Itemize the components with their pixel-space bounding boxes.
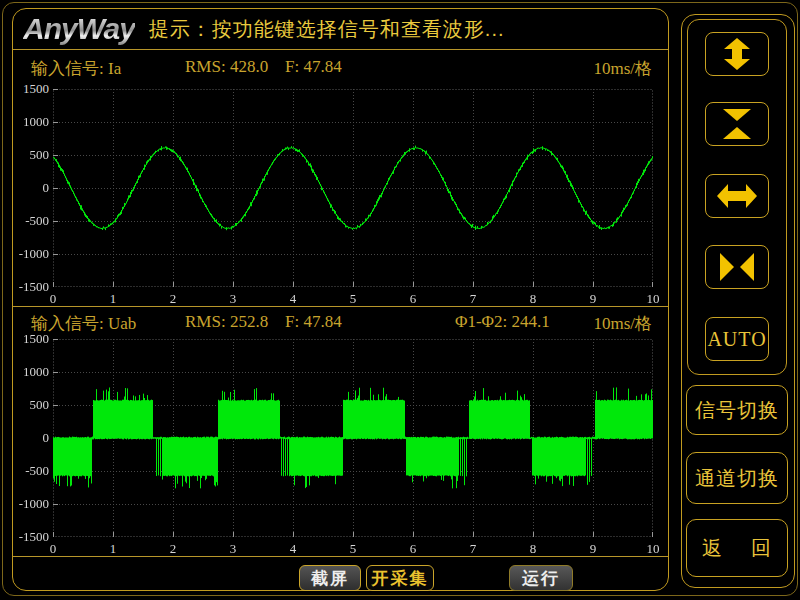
x-tick-label: 9 [578, 291, 608, 307]
x-tick-label: 3 [218, 541, 248, 557]
waveform-canvas-uab [53, 339, 653, 537]
rms-value: 428.0 [230, 57, 268, 76]
ia-input-signal-label: 输入信号: Ia [31, 57, 121, 77]
freq-value: 47.84 [303, 57, 341, 76]
freq-label: F: [285, 57, 299, 76]
y-tick-label: 1500 [13, 81, 49, 97]
expand-horizontal-button[interactable] [705, 174, 769, 218]
signal-name: Uab [108, 314, 136, 333]
rms-label: RMS: [185, 57, 226, 76]
y-tick-label: 500 [13, 397, 49, 413]
x-tick-label: 2 [158, 541, 188, 557]
ia-freq-readout: F: 47.84 [285, 57, 342, 77]
run-button[interactable]: 运行 [509, 565, 573, 591]
expand-horizontal-icon [717, 180, 757, 212]
input-label: 输入信号: [31, 59, 104, 78]
main-panel: AnyWay 提示：按功能键选择信号和查看波形... 输入信号: Ia RMS:… [12, 8, 669, 591]
return-label-right: 回 [751, 535, 772, 562]
instrument-screen: AnyWay 提示：按功能键选择信号和查看波形... 输入信号: Ia RMS:… [0, 0, 800, 600]
x-tick-label: 8 [518, 291, 548, 307]
uab-phase-readout: Φ1-Φ2: 244.1 [455, 312, 550, 332]
x-tick-label: 10 [638, 291, 668, 307]
x-tick-label: 5 [338, 541, 368, 557]
x-tick-label: 9 [578, 541, 608, 557]
screenshot-button[interactable]: 截屏 [299, 565, 361, 591]
auto-button[interactable]: AUTO [705, 317, 769, 361]
y-tick-label: 1000 [13, 364, 49, 380]
zoom-button-group: AUTO [687, 19, 787, 375]
rms-value: 252.8 [230, 312, 268, 331]
return-button[interactable]: 返 回 [686, 519, 788, 577]
uab-input-signal-label: 输入信号: Uab [31, 312, 136, 332]
compress-vertical-icon [717, 108, 757, 140]
return-label-left: 返 [702, 535, 723, 562]
ia-timebase-label: 10ms/格 [593, 57, 652, 77]
panel-divider [13, 306, 668, 307]
x-tick-label: 0 [38, 291, 68, 307]
uab-rms-readout: RMS: 252.8 [185, 312, 268, 332]
x-tick-label: 0 [38, 541, 68, 557]
ia-rms-readout: RMS: 428.0 [185, 57, 268, 77]
x-tick-label: 2 [158, 291, 188, 307]
uab-freq-readout: F: 47.84 [285, 312, 342, 332]
y-tick-label: 1000 [13, 114, 49, 130]
x-tick-label: 1 [98, 291, 128, 307]
compress-horizontal-icon [717, 251, 757, 283]
x-tick-label: 4 [278, 291, 308, 307]
x-tick-label: 3 [218, 291, 248, 307]
sidebar: AUTO 信号切换 通道切换 返 回 [681, 14, 795, 588]
signal-name: Ia [108, 59, 121, 78]
x-tick-label: 6 [398, 291, 428, 307]
y-tick-label: 0 [13, 180, 49, 196]
channel-switch-button[interactable]: 通道切换 [686, 452, 788, 504]
expand-vertical-icon [717, 38, 757, 70]
x-tick-label: 8 [518, 541, 548, 557]
phase-label: Φ1-Φ2: [455, 312, 507, 331]
hint-text: 提示：按功能键选择信号和查看波形... [149, 16, 505, 43]
y-tick-label: -500 [13, 213, 49, 229]
x-tick-label: 5 [338, 291, 368, 307]
freq-label: F: [285, 312, 299, 331]
y-tick-label: -1000 [13, 496, 49, 512]
x-tick-label: 1 [98, 541, 128, 557]
y-tick-label: -1000 [13, 246, 49, 262]
anyway-logo: AnyWay [23, 12, 135, 46]
y-tick-label: 1500 [13, 331, 49, 347]
bottom-bar-divider [13, 556, 668, 557]
title-bar: AnyWay 提示：按功能键选择信号和查看波形... [13, 9, 668, 50]
x-tick-label: 4 [278, 541, 308, 557]
rms-label: RMS: [185, 312, 226, 331]
x-tick-label: 7 [458, 291, 488, 307]
expand-vertical-button[interactable] [705, 32, 769, 76]
waveform-canvas-ia [53, 89, 653, 287]
phase-value: 244.1 [512, 312, 550, 331]
uab-timebase-label: 10ms/格 [593, 312, 652, 332]
y-tick-label: -500 [13, 463, 49, 479]
signal-switch-button[interactable]: 信号切换 [686, 385, 788, 435]
compress-horizontal-button[interactable] [705, 245, 769, 289]
acquire-button[interactable]: 开采集 [366, 565, 434, 591]
y-tick-label: 0 [13, 430, 49, 446]
x-tick-label: 10 [638, 541, 668, 557]
y-tick-label: 500 [13, 147, 49, 163]
x-tick-label: 7 [458, 541, 488, 557]
freq-value: 47.84 [303, 312, 341, 331]
compress-vertical-button[interactable] [705, 102, 769, 146]
x-tick-label: 6 [398, 541, 428, 557]
